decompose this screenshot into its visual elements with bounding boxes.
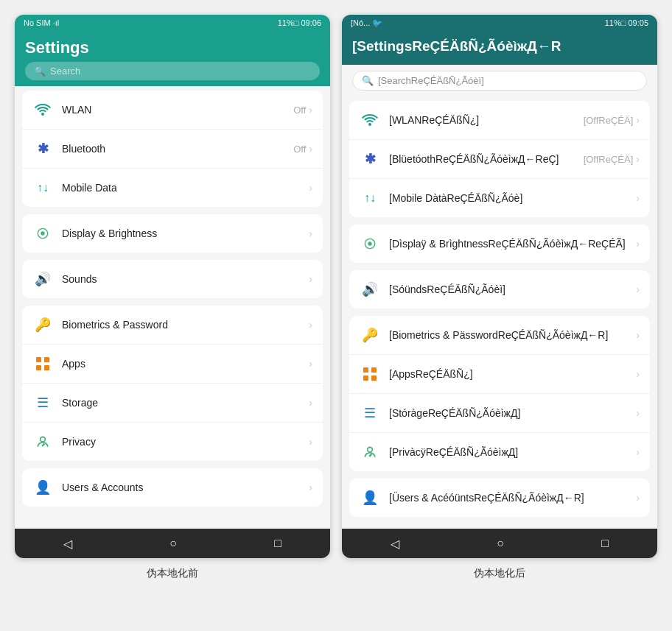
svg-rect-4 — [36, 365, 41, 370]
nav-back-button[interactable]: ◁ — [379, 534, 411, 554]
right-search-bar[interactable]: 🔍 [SearchReÇÉÄßÑ¿Ãóèì] — [352, 71, 647, 91]
svg-rect-5 — [44, 365, 49, 370]
right-item-biometrics[interactable]: 🔑 [Biometrics & PässwordReÇÉÄßÑ¿ÃóèìжД←R… — [349, 316, 650, 355]
mobile-data-icon: ↑↓ — [32, 177, 53, 198]
storage-icon: ☰ — [360, 403, 380, 423]
right-group-display: [Dìsplaÿ & BrìghtnessReÇÉÄßÑ¿ÃóèìжД←ReÇÉ… — [349, 225, 650, 263]
left-search-input[interactable] — [50, 66, 311, 77]
biometrics-icon: 🔑 — [32, 314, 53, 335]
nav-recent-button[interactable]: □ — [262, 534, 293, 553]
left-status-right: 11%□ 09:06 — [278, 18, 321, 27]
sounds-icon: 🔊 — [32, 269, 53, 289]
nav-recent-button[interactable]: □ — [589, 534, 620, 553]
left-item-storage[interactable]: ☰ Storage › — [22, 384, 323, 423]
left-item-wlan[interactable]: WLAN Off › — [22, 91, 323, 130]
right-item-sounds[interactable]: 🔊 [SóündsReÇÉÄßÑ¿Ãóèì] › — [349, 270, 650, 309]
chevron-icon: › — [636, 238, 640, 250]
left-search-bar[interactable]: 🔍 — [25, 62, 320, 80]
left-item-users[interactable]: 👤 Users & Accounts › — [22, 468, 323, 507]
left-item-display[interactable]: Display & Brightness › — [22, 214, 323, 253]
right-bt-label: [BlüetóothReÇÉÄßÑ¿ÃóèìжД←ReÇ] — [389, 153, 584, 165]
right-apps-label: [AppsReÇÉÄßÑ¿] — [389, 368, 636, 380]
svg-point-0 — [41, 231, 44, 235]
chevron-icon: › — [636, 407, 640, 419]
bluetooth-icon: ✱ — [32, 138, 53, 159]
right-storage-label: [StóràgeReÇÉÄßÑ¿ÃóèìжД] — [389, 407, 636, 419]
right-title: [SettingsReÇÉÄßÑ¿ÃóèìжД←R — [352, 38, 647, 54]
svg-point-13 — [368, 447, 373, 452]
left-wlan-label: WLAN — [62, 104, 293, 116]
right-item-bluetooth[interactable]: ✱ [BlüetóothReÇÉÄßÑ¿ÃóèìжД←ReÇ] [OffReÇÉ… — [349, 140, 650, 179]
left-item-mobile-data[interactable]: ↑↓ Mobile Data › — [22, 169, 323, 207]
chevron-icon: › — [636, 368, 640, 380]
chevron-icon: › — [309, 273, 312, 285]
chevron-icon: › — [309, 397, 312, 409]
svg-rect-10 — [371, 367, 377, 373]
apps-icon — [360, 364, 380, 384]
chevron-icon: › — [636, 446, 640, 458]
nav-back-button[interactable]: ◁ — [52, 534, 84, 554]
right-item-mobile-data[interactable]: ↑↓ [Mobile DàtàReÇÉÄßÑ¿Ãóè] › — [349, 179, 650, 217]
svg-point-6 — [41, 437, 46, 442]
chevron-icon: › — [309, 143, 312, 155]
sounds-icon: 🔊 — [360, 279, 380, 300]
left-phone: No SIM ·ıl 11%□ 09:06 Settings 🔍 WLAN Of… — [15, 15, 330, 558]
right-status-bar: [Nó... 🐦 11%□ 09:05 — [342, 15, 657, 31]
left-wlan-value: Off — [293, 105, 306, 116]
search-icon: 🔍 — [34, 66, 46, 77]
left-item-bluetooth[interactable]: ✱ Bluetooth Off › — [22, 130, 323, 169]
captions-container: 伪本地化前 伪本地化后 — [15, 567, 657, 580]
right-status-right: 11%□ 09:05 — [605, 18, 648, 27]
left-status-left: No SIM ·ıl — [24, 18, 59, 27]
users-icon: 👤 — [32, 477, 53, 498]
left-group-users: 👤 Users & Accounts › — [22, 468, 323, 507]
left-settings-list: WLAN Off › ✱ Bluetooth Off › ↑↓ Mobile D… — [15, 86, 330, 529]
nav-home-button[interactable]: ○ — [158, 534, 189, 553]
svg-rect-12 — [371, 376, 377, 381]
chevron-icon: › — [636, 114, 640, 126]
right-settings-list: [WLANReÇÉÄßÑ¿] [OffReÇÉÄ] › ✱ [Blüetóoth… — [342, 96, 657, 529]
left-item-privacy[interactable]: Privacy › — [22, 423, 323, 461]
chevron-icon: › — [309, 182, 312, 194]
left-item-apps[interactable]: Apps › — [22, 345, 323, 384]
left-item-biometrics[interactable]: 🔑 Biometrics & Password › — [22, 306, 323, 345]
chevron-icon: › — [309, 436, 312, 448]
right-wlan-label: [WLANReÇÉÄßÑ¿] — [389, 114, 584, 126]
right-item-apps[interactable]: [AppsReÇÉÄßÑ¿] › — [349, 355, 650, 394]
left-storage-label: Storage — [62, 397, 309, 409]
left-item-sounds[interactable]: 🔊 Sounds › — [22, 260, 323, 298]
left-caption: 伪本地化前 — [15, 567, 330, 580]
chevron-icon: › — [309, 482, 312, 493]
right-caption: 伪本地化后 — [342, 567, 657, 580]
right-search-placeholder: [SearchReÇÉÄßÑ¿Ãóèì] — [378, 75, 484, 86]
svg-rect-2 — [36, 357, 41, 362]
right-item-wlan[interactable]: [WLANReÇÉÄßÑ¿] [OffReÇÉÄ] › — [349, 101, 650, 140]
phones-container: No SIM ·ıl 11%□ 09:06 Settings 🔍 WLAN Of… — [15, 15, 657, 558]
left-biometrics-label: Biometrics & Password — [62, 319, 309, 331]
left-header: Settings 🔍 — [15, 31, 330, 86]
privacy-icon — [360, 442, 380, 462]
right-item-display[interactable]: [Dìsplaÿ & BrìghtnessReÇÉÄßÑ¿ÃóèìжД←ReÇÉ… — [349, 225, 650, 263]
right-bt-value: [OffReÇÉÄ] — [584, 154, 634, 165]
chevron-icon: › — [636, 283, 640, 295]
wifi-icon — [360, 110, 380, 130]
left-group-network: WLAN Off › ✱ Bluetooth Off › ↑↓ Mobile D… — [22, 91, 323, 207]
svg-rect-3 — [44, 357, 49, 362]
right-item-storage[interactable]: ☰ [StóràgeReÇÉÄßÑ¿ÃóèìжД] › — [349, 394, 650, 433]
right-item-users[interactable]: 👤 [Üsers & AcéóüntsReÇÉÄßÑ¿ÃóèìжД←R] › — [349, 479, 650, 517]
chevron-icon: › — [636, 192, 640, 204]
storage-icon: ☰ — [32, 392, 53, 413]
display-icon — [32, 223, 53, 244]
svg-rect-11 — [363, 376, 368, 381]
nav-home-button[interactable]: ○ — [485, 534, 516, 553]
left-group-sounds: 🔊 Sounds › — [22, 260, 323, 298]
left-title: Settings — [25, 38, 320, 57]
chevron-icon: › — [309, 358, 312, 370]
right-group-network: [WLANReÇÉÄßÑ¿] [OffReÇÉÄ] › ✱ [Blüetóoth… — [349, 101, 650, 217]
right-display-label: [Dìsplaÿ & BrìghtnessReÇÉÄßÑ¿ÃóèìжД←ReÇÉ… — [389, 238, 636, 250]
left-group-misc: 🔑 Biometrics & Password › Apps › — [22, 306, 323, 461]
mobile-data-icon: ↑↓ — [360, 188, 380, 208]
right-status-left: [Nó... 🐦 — [351, 18, 382, 28]
apps-icon — [32, 353, 53, 374]
right-item-privacy[interactable]: [PrivàcÿReÇÉÄßÑ¿ÃóèìжД] › — [349, 433, 650, 471]
